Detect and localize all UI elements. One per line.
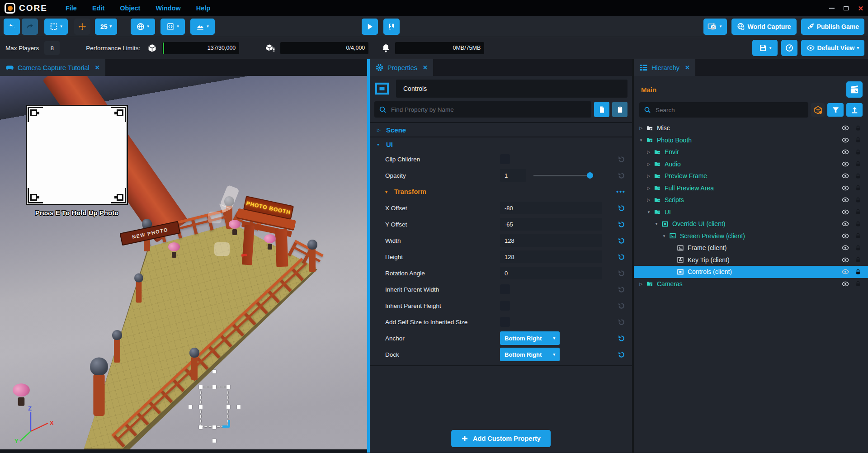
lock-button[interactable] [853, 184, 863, 191]
menu-object[interactable]: Object [120, 5, 140, 12]
selection-handle[interactable] [189, 405, 192, 409]
minimize-button[interactable] [829, 8, 835, 9]
visibility-eye-button[interactable] [838, 137, 853, 144]
section-transform[interactable]: ▾ Transform ••• [370, 184, 632, 200]
reset-button[interactable] [615, 302, 627, 310]
grid-size-dropdown[interactable]: 25▾ [95, 19, 117, 35]
lock-button[interactable] [853, 197, 863, 203]
performance-gauge-button[interactable] [781, 40, 797, 56]
reset-button[interactable] [615, 269, 627, 277]
selection-handle[interactable] [237, 405, 241, 409]
section-ui[interactable]: ▾ UI [370, 137, 632, 151]
tree-row[interactable]: ▾Override UI (client) [634, 218, 868, 230]
expand-arrow-icon[interactable]: ▾ [637, 138, 645, 142]
lock-button[interactable] [853, 173, 863, 179]
menu-window[interactable]: Window [156, 5, 180, 12]
tree-row[interactable]: ▷Preview Frame [634, 170, 868, 182]
visibility-eye-button[interactable] [838, 220, 853, 227]
section-scene[interactable]: ▷ Scene [370, 122, 632, 137]
anchor-corner-indicator[interactable] [222, 420, 230, 428]
tree-row[interactable]: ▾Screen Preview (client) [634, 230, 868, 242]
paste-properties-button[interactable] [612, 102, 627, 117]
lock-button[interactable] [853, 245, 863, 251]
width-input[interactable] [500, 234, 602, 247]
expand-arrow-icon[interactable]: ▷ [637, 282, 645, 286]
move-tool-button[interactable] [74, 19, 90, 35]
tree-row[interactable]: ▷Misc [634, 122, 868, 134]
lock-button[interactable] [853, 208, 863, 215]
selection-handle[interactable] [199, 405, 203, 409]
selection-handle[interactable] [212, 370, 216, 373]
selection-handle[interactable] [212, 385, 216, 389]
tree-row[interactable]: ▷Cameras [634, 278, 868, 290]
tree-row[interactable]: ▷Scripts [634, 194, 868, 206]
y-offset-input[interactable] [500, 218, 602, 231]
expand-arrow-icon[interactable]: ▷ [645, 198, 652, 202]
visibility-eye-button[interactable] [838, 196, 853, 203]
reset-button[interactable] [615, 253, 627, 261]
tab-hierarchy[interactable]: Hierarchy ✕ [634, 59, 695, 76]
close-window-button[interactable]: ✕ [858, 5, 863, 12]
visibility-eye-button[interactable] [838, 244, 853, 251]
lock-button[interactable] [853, 125, 863, 132]
x-offset-input[interactable] [500, 202, 602, 214]
world-settings-dropdown[interactable]: ▾ [131, 19, 155, 35]
lock-button[interactable] [853, 269, 863, 275]
tree-row[interactable]: ▾Photo Booth [634, 134, 868, 146]
close-icon[interactable]: ✕ [95, 64, 100, 71]
visibility-eye-button[interactable] [838, 148, 853, 156]
tree-row[interactable]: ▷Envir [634, 146, 868, 158]
lock-button[interactable] [853, 149, 863, 156]
lock-button[interactable] [853, 232, 863, 239]
reset-button[interactable] [615, 351, 627, 359]
tree-row[interactable]: Frame (client) [634, 242, 868, 254]
tab-camera-capture-tutorial[interactable]: Camera Capture Tutorial ✕ [0, 59, 105, 76]
save-dropdown-button[interactable]: ▾ [752, 40, 778, 56]
play-button[interactable] [362, 19, 378, 35]
clip-children-checkbox[interactable] [500, 154, 510, 164]
menu-file[interactable]: File [66, 5, 77, 12]
reset-button[interactable] [615, 318, 627, 326]
template-package-button[interactable] [811, 103, 825, 117]
anchor-dropdown[interactable]: Bottom Right▾ [500, 331, 560, 345]
export-button[interactable] [846, 103, 863, 117]
reset-button[interactable] [615, 237, 627, 245]
expand-arrow-icon[interactable]: ▷ [645, 162, 652, 166]
expand-arrow-icon[interactable]: ▾ [653, 222, 660, 226]
reset-button[interactable] [615, 172, 627, 179]
visibility-eye-button[interactable] [838, 124, 853, 132]
selection-handle[interactable] [226, 385, 230, 389]
reset-button[interactable] [615, 286, 627, 293]
script-dropdown[interactable]: ▾ [160, 19, 185, 35]
cinematic-capture-button[interactable] [846, 81, 863, 98]
lock-button[interactable] [853, 280, 863, 287]
inherit-parent-width-checkbox[interactable] [500, 284, 510, 294]
height-input[interactable] [500, 250, 602, 263]
property-search[interactable] [374, 101, 591, 118]
selection-handle[interactable] [199, 385, 203, 389]
terrain-dropdown[interactable]: ▾ [190, 19, 215, 35]
publish-game-button[interactable]: Publish Game [801, 19, 864, 35]
menu-edit[interactable]: Edit [92, 5, 104, 12]
expand-arrow-icon[interactable]: ▾ [645, 210, 652, 214]
visibility-eye-button[interactable] [838, 232, 853, 240]
rotation-angle-input[interactable] [500, 267, 602, 279]
viewport-canvas[interactable]: PHOTO BOOTH NEW PHOTO Press E To Hold Up… [0, 76, 367, 449]
visibility-eye-button[interactable] [838, 208, 853, 216]
slider-knob[interactable] [587, 172, 593, 179]
menu-help[interactable]: Help [196, 5, 210, 12]
visibility-eye-button[interactable] [838, 172, 853, 179]
copy-properties-button[interactable] [594, 102, 609, 117]
selection-handle[interactable] [212, 439, 216, 443]
tab-properties[interactable]: Properties ✕ [370, 59, 433, 76]
lock-button[interactable] [853, 256, 863, 263]
multiplayer-preview-button[interactable] [379, 19, 402, 35]
opacity-input[interactable] [500, 169, 526, 182]
expand-arrow-icon[interactable]: ▷ [637, 126, 645, 130]
more-options-button[interactable]: ••• [616, 188, 626, 195]
add-custom-property-button[interactable]: Add Custom Property [451, 430, 551, 447]
lock-button[interactable] [853, 137, 863, 143]
tree-row[interactable]: ▷Full Preview Area [634, 182, 868, 194]
snap-grid-button[interactable] [8, 19, 24, 35]
lock-button[interactable] [853, 221, 863, 227]
